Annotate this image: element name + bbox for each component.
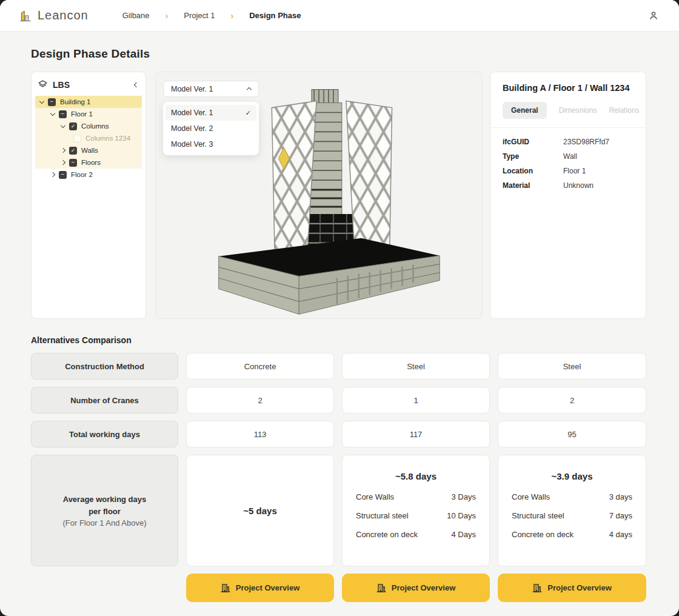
comparison-title: Alternatives Comparison [31,335,647,345]
collapse-panel-icon[interactable] [134,82,139,87]
tree-node-label: Columns [81,122,109,130]
chevron-up-icon [247,87,252,92]
breakdown-row: Core Walls 3 Days [356,492,476,501]
tree-node-building-1[interactable]: Building 1 [35,96,142,108]
checkmark-icon [246,109,251,117]
breakdown-value: 4 days [609,530,632,539]
tree-node-floors[interactable]: Floors [35,156,142,169]
cell-alt3-total-working-days: 95 [498,421,646,447]
cell-alt1-number-of-cranes: 2 [186,387,334,413]
brand[interactable]: Leancon [18,8,89,23]
field-location: Location Floor 1 [503,167,634,175]
checkbox-unchecked[interactable] [73,135,81,142]
cell-alt2-total-working-days: 117 [342,421,490,447]
cell-alt2-construction-method: Steel [342,353,490,380]
menu-item-model-ver-2[interactable]: Model Ver. 2 [166,121,256,136]
menu-item-model-ver-3[interactable]: Model Ver. 3 [166,136,256,152]
tree-node-floor-1[interactable]: Floor 1 [35,108,142,120]
model-version-select[interactable]: Model Ver. 1 [163,81,259,97]
breadcrumb-project-1[interactable]: Project 1 [184,11,215,20]
field-label: Location [503,167,563,175]
tree-node-label: Building 1 [60,98,91,105]
tree-node-columns-1234[interactable]: Columns 1234 [35,132,142,144]
chevron-down-icon[interactable] [39,99,44,104]
breakdown-value: 3 Days [452,492,476,501]
cell-alt2-number-of-cranes: 1 [342,387,490,413]
tree-node-floor-2[interactable]: Floor 2 [35,169,142,181]
comparison-table: Construction Method Concrete Steel Steel… [31,353,647,616]
breadcrumb-design-phase[interactable]: Design Phase [249,11,301,20]
avg-label-line2: per floor [89,506,121,518]
avg-label-note: (For Floor 1 And Above) [62,518,146,527]
field-type: Type Wall [503,152,634,161]
field-label: Material [503,181,563,190]
breakdown-name: Core Walls [356,492,394,501]
breakdown-name: Core Walls [512,492,550,501]
project-overview-label: Project Overview [236,583,300,592]
tree-node-columns[interactable]: Columns [35,120,142,132]
tab-dimensions[interactable]: Dimesnions [559,106,597,115]
row-label-average-working-days: Average working days per floor (For Floo… [31,455,178,566]
chevron-right-icon[interactable] [50,172,55,177]
details-tabs: General Dimesnions Relations [503,102,634,119]
building-icon [532,583,542,593]
element-title: Building A / Floor 1 / Wall 1234 [503,83,634,93]
chevron-right-icon[interactable] [61,148,65,153]
layers-icon [38,79,48,90]
breakdown-name: Concrete on deck [512,530,574,539]
cell-alt3-number-of-cranes: 2 [498,387,646,413]
avg-card-alt3: ~3.9 days Core Walls 3 days Structural s… [498,455,646,566]
row-label-construction-method: Construction Method [31,353,178,380]
field-label: Type [503,152,563,161]
breakdown-name: Structural steel [512,511,564,520]
avg-summary: ~5 days [243,506,276,516]
app-window: Leancon Gilbane › Project 1 › Design Pha… [0,0,679,616]
tree-node-walls[interactable]: Walls [35,144,142,156]
tree-node-label: Floors [81,159,101,166]
chevron-down-icon[interactable] [50,111,55,116]
leancon-logo-icon [18,8,33,23]
project-overview-button-alt3[interactable]: Project Overview [498,574,646,602]
page-title: Design Phase Details [31,47,647,61]
breakdown-value: 7 days [609,511,632,520]
building-icon [376,583,386,593]
model-version-selected: Model Ver. 1 [171,85,213,93]
building-icon [221,583,230,593]
menu-item-model-ver-1[interactable]: Model Ver. 1 [166,105,256,121]
breakdown-row: Structural steel 7 days [512,511,632,520]
project-overview-button-alt1[interactable]: Project Overview [186,574,334,602]
checkbox-indeterminate[interactable] [59,110,67,118]
breadcrumb-separator-icon: › [166,11,169,21]
lbs-panel-title: LBS [53,80,130,90]
breakdown-row: Concrete on deck 4 Days [356,530,476,539]
checkbox-indeterminate[interactable] [69,159,77,167]
menu-item-label: Model Ver. 3 [171,140,213,149]
element-details-panel: Building A / Floor 1 / Wall 1234 General… [490,72,646,319]
field-ifcguid: ifcGUID 23SD98RFfd7 [503,138,634,146]
checkbox-checked[interactable] [69,122,77,130]
chevron-right-icon[interactable] [61,160,65,165]
tab-general[interactable]: General [503,102,547,119]
model-viewer-panel[interactable]: Model Ver. 1 Model Ver. 1 Model Ver. 2 M… [155,72,483,319]
breadcrumb-gilbane[interactable]: Gilbane [122,11,150,20]
tree-node-label: Walls [81,147,98,154]
breakdown-name: Structural steel [356,511,409,520]
project-overview-button-alt2[interactable]: Project Overview [342,574,490,602]
avg-summary: ~5.8 days [356,471,476,481]
breadcrumb-separator-accent-icon: › [231,11,234,21]
top-nav-bar: Leancon Gilbane › Project 1 › Design Pha… [0,0,679,32]
tree-node-label: Floor 1 [71,110,93,118]
checkbox-indeterminate[interactable] [48,98,56,106]
user-account-button[interactable] [645,7,662,24]
checkbox-checked[interactable] [69,147,77,155]
avg-summary: ~3.9 days [512,471,632,481]
tab-relations[interactable]: Relations [609,106,639,115]
person-icon [648,10,659,21]
lbs-panel: LBS Building 1 Floor 1 Columns [31,72,146,319]
field-value: 23SD98RFfd7 [563,138,609,146]
chevron-down-icon[interactable] [61,123,65,128]
field-value: Floor 1 [563,167,586,175]
field-label: ifcGUID [503,138,563,146]
breakdown-value: 10 Days [447,511,476,520]
checkbox-indeterminate[interactable] [59,171,67,179]
